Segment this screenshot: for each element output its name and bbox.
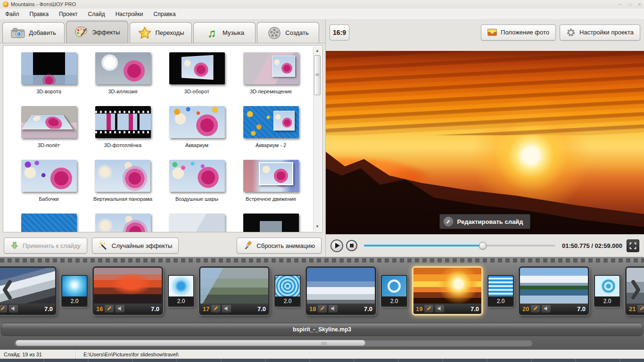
effect-card-5[interactable]: 3D-полёт xyxy=(21,106,77,160)
effect-card-11[interactable]: Воздушные шары xyxy=(169,160,225,214)
effect-card-6[interactable]: 3D-фотоплёнка xyxy=(95,106,151,160)
tab-label: Музыка xyxy=(223,29,244,36)
effects-wrap: 3D-ворота3D-иллюзия3D-оборот3D-перемещен… xyxy=(0,43,325,234)
apply-to-slide-button[interactable]: Применить к слайду xyxy=(4,238,87,254)
mute-icon xyxy=(11,304,16,313)
slide-edit-button[interactable] xyxy=(105,305,114,313)
aspect-ratio-button[interactable]: 16:9 xyxy=(330,25,349,41)
slide-edit-button[interactable] xyxy=(0,305,7,313)
slide-mute-button[interactable] xyxy=(435,305,444,313)
taskbar-strip xyxy=(0,359,644,362)
title-bar: Mountains - ФотоШОУ PRO − □ × xyxy=(0,0,644,8)
edit-slide-button[interactable]: Редактировать слайд xyxy=(439,214,531,229)
seek-slider[interactable] xyxy=(364,242,555,249)
slide-edit-button[interactable] xyxy=(637,305,644,313)
tab-4[interactable]: ♫Музыка xyxy=(193,22,256,43)
menu-item-2[interactable]: Правка xyxy=(25,9,54,19)
project-settings-button[interactable]: Настройки проекта xyxy=(560,25,640,41)
pencil-icon xyxy=(107,304,112,313)
apply-label: Применить к слайду xyxy=(23,242,81,249)
transition-tile[interactable]: 2.0 xyxy=(61,275,88,307)
slide-duration: 7.0 xyxy=(364,305,372,313)
transition-tile[interactable]: 2.0 xyxy=(594,275,620,307)
hscroll-track[interactable] xyxy=(14,339,533,346)
effect-card-13[interactable] xyxy=(21,214,77,232)
edit-slide-label: Редактировать слайд xyxy=(457,218,523,225)
timeline-slide-17[interactable]: 177.0 xyxy=(199,266,270,315)
effect-card-2[interactable]: 3D-иллюзия xyxy=(95,52,151,106)
timeline-slide-18[interactable]: 187.0 xyxy=(305,266,376,315)
star-icon xyxy=(138,26,152,40)
slide-mute-button[interactable] xyxy=(116,305,124,313)
close-button[interactable]: × xyxy=(638,1,641,7)
slide-info-bar: 187.0 xyxy=(307,304,375,314)
transition-tile[interactable]: 2.0 xyxy=(381,275,407,307)
effect-inset xyxy=(182,55,214,80)
random-effects-button[interactable]: Случайные эффекты xyxy=(92,238,179,254)
hscroll-thumb[interactable] xyxy=(16,340,365,346)
effect-card-4[interactable]: 3D-перемещение xyxy=(243,52,299,106)
photo-position-button[interactable]: Положение фото xyxy=(481,25,556,41)
transition-tile[interactable]: 2.0 xyxy=(168,275,194,307)
effect-card-3[interactable]: 3D-оборот xyxy=(169,52,225,106)
effect-thumbnail xyxy=(95,160,150,192)
slide-info-bar: 197.0 xyxy=(413,304,481,314)
effect-card-12[interactable]: Встречное движение xyxy=(243,160,299,214)
slide-mute-button[interactable] xyxy=(542,305,551,313)
effect-card-1[interactable]: 3D-ворота xyxy=(21,52,77,106)
timeline: 157.02.0167.02.0177.02.0187.02.0197.02.0… xyxy=(0,257,644,323)
effect-card-16[interactable] xyxy=(243,214,299,232)
slide-edit-button[interactable] xyxy=(424,305,433,313)
gear-icon xyxy=(566,28,576,37)
stop-button[interactable] xyxy=(346,240,357,251)
slide-mute-button[interactable] xyxy=(329,305,338,313)
fullscreen-button[interactable] xyxy=(627,239,639,252)
effect-thumbnail xyxy=(169,214,225,232)
tab-5[interactable]: Создать xyxy=(257,22,319,43)
timeline-slide-19[interactable]: 197.0 xyxy=(412,266,483,315)
effect-card-14[interactable] xyxy=(95,214,151,232)
effect-card-10[interactable]: Вертикальная панорама xyxy=(93,160,152,214)
tab-3[interactable]: Переходы xyxy=(130,22,192,43)
slide-mute-button[interactable] xyxy=(9,305,18,313)
transition-tile[interactable]: 2.0 xyxy=(487,275,514,307)
scrollbar-thumb[interactable] xyxy=(314,55,321,95)
tab-1[interactable]: Добавить xyxy=(2,22,65,43)
effects-scrollbar[interactable]: ▲ ▼ xyxy=(313,47,321,231)
timeline-slide-20[interactable]: 207.0 xyxy=(519,266,589,315)
slide-edit-button[interactable] xyxy=(531,305,540,313)
menu-item-5[interactable]: Настройки xyxy=(110,9,149,19)
scroll-up-arrow-icon[interactable]: ▲ xyxy=(314,48,321,54)
minimize-button[interactable]: − xyxy=(619,1,621,7)
play-button[interactable] xyxy=(330,239,343,252)
slide-number: 16 xyxy=(96,305,103,313)
transition-thumbnail xyxy=(595,276,619,296)
timeline-scroll-right-icon[interactable] xyxy=(631,280,641,302)
effect-card-15[interactable] xyxy=(169,214,225,232)
timeline-scroll-left-icon[interactable] xyxy=(2,280,12,302)
tab-2[interactable]: Эффекты xyxy=(66,21,128,43)
mute-icon xyxy=(117,304,123,313)
reset-animation-button[interactable]: Сбросить анимацию xyxy=(237,238,322,254)
effect-card-7[interactable]: Аквариум xyxy=(169,106,225,160)
menu-item-3[interactable]: Проект xyxy=(54,9,83,19)
status-slide-counter: Слайд: 19 из 31 xyxy=(0,352,75,357)
slide-edit-button[interactable] xyxy=(318,305,327,313)
status-path: E:\Users\En\Pictures\for slideshow\trave… xyxy=(76,352,179,357)
slide-mute-button[interactable] xyxy=(222,305,231,313)
menu-item-1[interactable]: Файл xyxy=(0,9,25,19)
effect-thumbnail xyxy=(95,214,151,232)
maximize-button[interactable]: □ xyxy=(628,1,632,7)
effect-card-8[interactable]: Аквариум - 2 xyxy=(243,106,299,160)
menu-item-4[interactable]: Слайд xyxy=(83,9,110,19)
menu-item-6[interactable]: Справка xyxy=(148,9,181,19)
effect-inset xyxy=(22,115,73,130)
seek-knob[interactable] xyxy=(479,242,487,249)
transition-tile[interactable]: 2.0 xyxy=(274,275,301,307)
effects-panel: 3D-ворота3D-иллюзия3D-оборот3D-перемещен… xyxy=(3,45,322,232)
scroll-down-arrow-icon[interactable]: ▼ xyxy=(314,223,321,230)
audio-track[interactable]: bspirit_-_Skyline.mp3 xyxy=(1,323,643,336)
effect-card-9[interactable]: Бабочки xyxy=(21,160,77,214)
slide-edit-button[interactable] xyxy=(211,305,220,313)
timeline-slide-16[interactable]: 167.0 xyxy=(92,266,163,315)
